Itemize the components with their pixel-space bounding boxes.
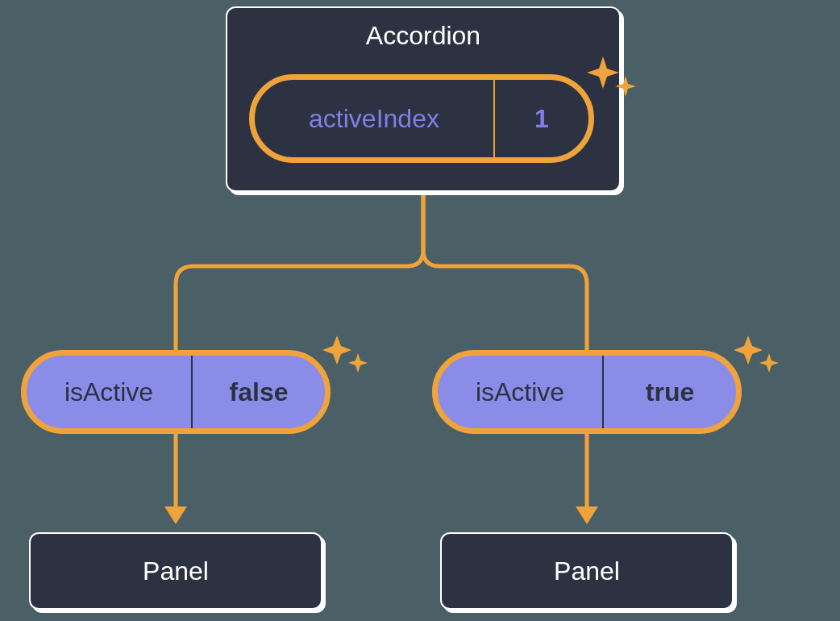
prop-label-right: isActive [438, 356, 604, 428]
panel-label-left: Panel [143, 556, 209, 586]
prop-label-left: isActive [27, 356, 193, 428]
panel-node-right: Panel [440, 532, 734, 610]
state-value: 1 [495, 80, 588, 157]
accordion-title: Accordion [227, 21, 619, 51]
prop-pill-isactive-left: isActive false [21, 350, 331, 434]
prop-value-right: true [604, 356, 736, 428]
diagram-stage: Accordion activeIndex 1 isActive false i… [0, 0, 840, 621]
prop-value-left: false [193, 356, 325, 428]
prop-pill-isactive-right: isActive true [432, 350, 742, 434]
sparkle-icon [322, 336, 372, 386]
panel-node-left: Panel [29, 532, 322, 610]
panel-label-right: Panel [554, 556, 620, 586]
state-label: activeIndex [255, 80, 495, 157]
sparkle-icon [734, 336, 784, 386]
state-pill-activeindex: activeIndex 1 [249, 74, 594, 163]
